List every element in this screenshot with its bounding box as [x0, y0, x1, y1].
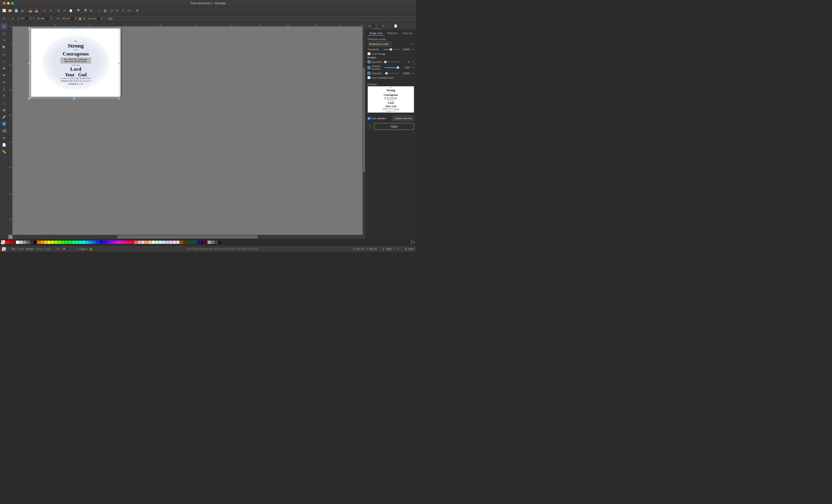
color-swatch[interactable]	[124, 241, 127, 244]
swatch-scroll-down-button[interactable]: ▼	[411, 242, 413, 245]
measure-tool-btn[interactable]: 📏	[1, 149, 7, 155]
canvas-area[interactable]: -50 -25 0 25 50 75 100 125 150 175 200 7…	[8, 22, 365, 239]
y-input[interactable]	[36, 17, 50, 21]
layer-lock-icon[interactable]: 🔒	[89, 247, 92, 250]
color-swatch[interactable]	[41, 241, 44, 244]
text-tool-btn[interactable]: T	[1, 93, 7, 99]
color-swatch[interactable]	[141, 241, 145, 244]
color-swatch[interactable]	[5, 241, 9, 244]
speckles-inc-button[interactable]: +	[413, 60, 414, 63]
color-swatch[interactable]	[211, 241, 214, 244]
ellipse-tool-btn[interactable]: ○	[1, 58, 7, 64]
close-button[interactable]	[3, 2, 5, 5]
zoom-in-button[interactable]: 🔍	[76, 8, 82, 14]
optimize-thumb[interactable]	[385, 72, 388, 75]
color-swatch[interactable]	[89, 241, 93, 244]
x-up-icon[interactable]: ▲	[29, 17, 31, 18]
color-swatch[interactable]	[82, 241, 85, 244]
smooth-corners-checkbox[interactable]	[367, 66, 370, 69]
color-swatch[interactable]	[16, 241, 19, 244]
invert-image-checkbox[interactable]	[367, 52, 370, 55]
update-preview-button[interactable]: Update preview	[392, 115, 414, 121]
color-swatch[interactable]	[187, 241, 190, 244]
transform-button[interactable]: ⬛	[96, 8, 102, 14]
text-button[interactable]: T	[121, 8, 126, 14]
color-swatch[interactable]	[113, 241, 117, 244]
swatch-scroll-buttons[interactable]: ▲ ▼	[411, 240, 413, 245]
x-stepper[interactable]: ▲ ▼	[29, 17, 31, 20]
stroke-swatch-icon[interactable]	[3, 248, 6, 251]
swatch-menu-button[interactable]: ≡	[413, 240, 415, 244]
minimize-button[interactable]	[7, 2, 10, 5]
smooth-corners-dec-button[interactable]: −	[410, 66, 412, 69]
color-swatch[interactable]	[201, 241, 204, 244]
canvas-zoom-btn[interactable]: ●	[364, 236, 365, 238]
tab-trace[interactable]: ⬛	[373, 23, 380, 29]
color-swatch[interactable]	[204, 241, 207, 244]
y-up-icon[interactable]: ▲	[50, 17, 52, 18]
color-swatch[interactable]	[107, 241, 110, 244]
trace-tab-pixel[interactable]: Pixel art	[401, 31, 414, 36]
scrollbar-horizontal[interactable]	[12, 235, 363, 239]
info-button[interactable]: ℹ	[367, 124, 372, 129]
color-swatch[interactable]	[145, 241, 148, 244]
color-swatch[interactable]	[148, 241, 152, 244]
color-swatch[interactable]	[110, 241, 113, 244]
select-tool-btn[interactable]: ↖	[1, 23, 7, 30]
save-button[interactable]: 💾	[14, 8, 19, 14]
color-swatch[interactable]	[180, 241, 183, 244]
color-swatch[interactable]	[138, 241, 141, 244]
color-swatch[interactable]	[23, 241, 26, 244]
threshold-thumb[interactable]	[390, 48, 392, 51]
cut-button[interactable]: ✂	[62, 8, 68, 14]
pencil-tool-btn[interactable]: ✏	[1, 79, 7, 85]
import-button[interactable]: 📤	[28, 8, 33, 14]
color-swatch[interactable]	[208, 241, 211, 244]
opacity-input[interactable]	[61, 247, 69, 250]
color-swatch[interactable]	[20, 241, 23, 244]
live-updates-checkbox[interactable]	[367, 117, 370, 120]
color-swatch[interactable]	[103, 241, 106, 244]
optimize-dec-button[interactable]: −	[410, 72, 412, 75]
w-down-icon[interactable]: ▼	[75, 19, 77, 20]
redo-button[interactable]: ↪	[48, 8, 53, 14]
color-swatch[interactable]	[134, 241, 138, 244]
h-up-icon[interactable]: ▲	[101, 17, 103, 18]
color-swatch[interactable]	[47, 241, 51, 244]
color-swatch[interactable]	[121, 241, 124, 244]
color-swatch[interactable]	[155, 241, 159, 244]
print-button[interactable]: 🖨	[20, 8, 25, 14]
color-swatch[interactable]	[176, 241, 179, 244]
scrollbar-thumb-v[interactable]	[363, 68, 365, 173]
trace-tab-multi[interactable]: Multicolor	[385, 31, 400, 36]
color-swatch[interactable]	[218, 241, 221, 244]
color-swatch[interactable]	[169, 241, 173, 244]
panel-expand-button[interactable]: ⋯	[412, 24, 415, 28]
color-swatch[interactable]	[159, 241, 162, 244]
color-swatch[interactable]	[162, 241, 165, 244]
x-down-icon[interactable]: ▼	[29, 19, 31, 20]
h-input[interactable]	[86, 17, 100, 21]
eraser-tool-btn[interactable]: ⌫	[1, 128, 7, 134]
threshold-inc-button[interactable]: +	[413, 48, 414, 51]
zoom-out-button[interactable]: 🔎	[82, 8, 88, 14]
path-button[interactable]: ✏	[114, 8, 120, 14]
color-swatch[interactable]	[183, 241, 186, 244]
optimize-checkbox[interactable]	[367, 72, 370, 75]
copy-button[interactable]: ⎘	[56, 8, 61, 14]
color-swatch[interactable]	[86, 241, 89, 244]
color-swatch[interactable]	[131, 241, 134, 244]
color-swatch[interactable]	[30, 241, 33, 244]
color-swatch[interactable]	[190, 241, 193, 244]
unit-selector[interactable]: mm px in cm	[107, 17, 414, 21]
tab-transform[interactable]: ↕	[387, 23, 392, 29]
color-swatch[interactable]	[37, 241, 40, 244]
color-swatch[interactable]	[72, 241, 75, 244]
color-swatch[interactable]	[173, 241, 176, 244]
zoom-dec-button[interactable]: −	[394, 247, 396, 250]
color-swatch[interactable]	[117, 241, 120, 244]
tweak-tool-btn[interactable]: 〜	[1, 37, 7, 44]
color-swatch[interactable]	[54, 241, 57, 244]
swatch-scroll-up-button[interactable]: ▲	[411, 240, 413, 242]
pages-tool-btn[interactable]: 📄	[1, 141, 7, 148]
